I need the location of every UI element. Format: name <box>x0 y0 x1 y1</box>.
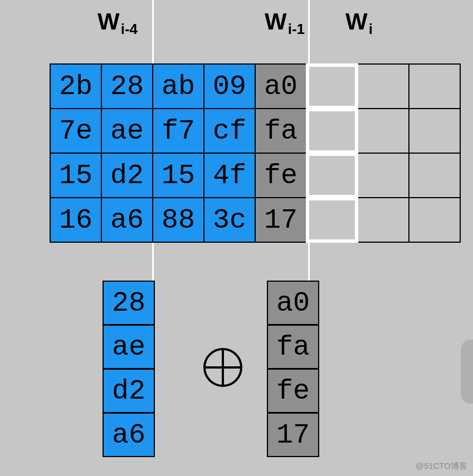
key-cell: a6 <box>101 197 153 243</box>
key-cell: 15 <box>152 153 204 198</box>
operand-cell: 28 <box>103 281 155 325</box>
operand-cell: d2 <box>103 369 155 413</box>
key-cell: 09 <box>203 63 256 109</box>
operand-cell: a0 <box>267 281 319 325</box>
key-schedule-grid: 2b 28 ab 09 a0 7e ae f7 cf fa 15 d2 15 4… <box>50 64 460 242</box>
key-cell: 7e <box>50 108 102 154</box>
right-operand-column: a0 fa fe 17 <box>267 281 319 457</box>
label-wi1-sub: i-1 <box>288 21 305 38</box>
xor-icon <box>203 348 242 387</box>
operand-cell: fe <box>267 369 319 413</box>
side-handle <box>461 340 473 404</box>
key-cell: f7 <box>152 108 204 154</box>
operand-cell: a6 <box>103 413 155 457</box>
key-cell: 3c <box>203 197 256 243</box>
key-cell: ab <box>152 63 204 109</box>
empty-cell <box>408 197 461 243</box>
label-wi-main: W <box>345 8 368 35</box>
target-cell <box>306 153 358 198</box>
operand-cell: fa <box>267 325 319 369</box>
operand-cell: ae <box>103 325 155 369</box>
label-wi4-main: W <box>97 8 120 35</box>
watermark-text: @51CTO博客 <box>416 461 467 472</box>
key-cell: 28 <box>101 63 153 109</box>
key-cell: ae <box>101 108 153 154</box>
empty-cell <box>357 108 409 154</box>
empty-cell <box>357 197 409 243</box>
key-cell: 4f <box>203 153 256 198</box>
empty-cell <box>357 63 409 109</box>
key-cell: fe <box>255 153 307 198</box>
target-cell <box>306 108 358 154</box>
left-operand-column: 28 ae d2 a6 <box>103 281 154 457</box>
operand-cell: 17 <box>267 413 319 457</box>
key-cell: d2 <box>101 153 153 198</box>
key-cell: 16 <box>50 197 102 243</box>
label-wi1-main: W <box>265 8 287 35</box>
label-wi4-sub: i-4 <box>121 21 138 38</box>
empty-cell <box>408 63 461 109</box>
key-cell: fa <box>255 108 307 154</box>
key-cell: cf <box>203 108 256 154</box>
key-cell: a0 <box>255 63 307 109</box>
empty-cell <box>357 153 409 198</box>
label-wi-sub: i <box>369 21 373 38</box>
target-cell <box>306 197 358 243</box>
key-cell: 17 <box>255 197 307 243</box>
empty-cell <box>408 108 461 154</box>
key-cell: 2b <box>50 63 102 109</box>
key-cell: 15 <box>50 153 102 198</box>
key-cell: 88 <box>152 197 204 243</box>
empty-cell <box>408 153 461 198</box>
target-cell <box>306 63 358 109</box>
